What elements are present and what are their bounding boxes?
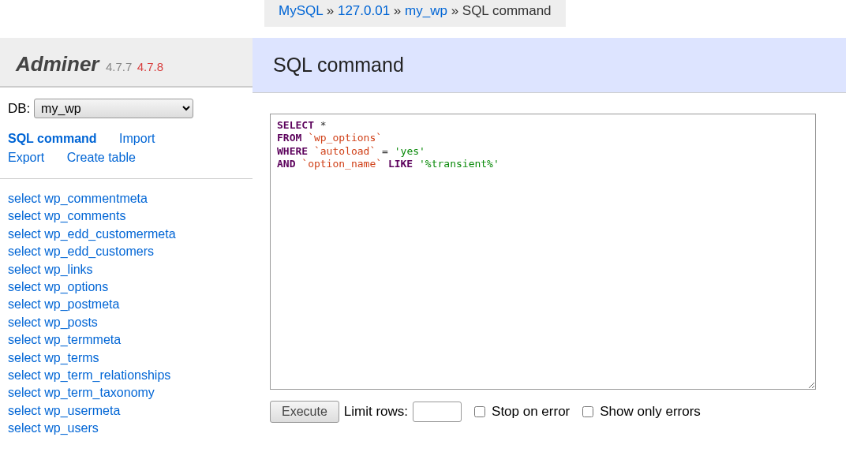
table-link[interactable]: select wp_users [8,420,245,437]
stop-on-error-label: Stop on error [492,404,570,420]
show-only-errors-checkbox[interactable] [582,406,593,417]
table-link[interactable]: select wp_posts [8,314,245,331]
action-import[interactable]: Import [119,129,155,148]
app-name: Adminer [16,52,99,76]
table-link[interactable]: select wp_postmeta [8,296,245,313]
stop-on-error-checkbox[interactable] [474,406,485,417]
sidebar-actions: SQL command Import Export Create table [0,123,253,179]
breadcrumb-current: SQL command [462,3,552,18]
limit-rows-input[interactable] [413,402,462,422]
breadcrumb-sep: » [390,3,405,18]
table-link[interactable]: select wp_commentmeta [8,190,245,207]
limit-rows-label: Limit rows: [344,404,408,420]
table-link[interactable]: select wp_edd_customermeta [8,226,245,243]
table-link[interactable]: select wp_termmeta [8,331,245,349]
table-link[interactable]: select wp_comments [8,207,245,225]
logo-box: Adminer 4.7.7 4.7.8 [0,38,253,88]
table-link[interactable]: select wp_terms [8,349,245,367]
title-bar: SQL command [253,38,846,93]
breadcrumb-sep: » [323,3,338,18]
breadcrumb: MySQL » 127.0.01 » my_wp » SQL command [264,0,566,27]
page-title: SQL command [273,54,825,77]
table-link[interactable]: select wp_term_taxonomy [8,384,245,402]
table-link[interactable]: select wp_usermeta [8,402,245,420]
sql-textarea[interactable]: SELECT *FROM `wp_options`WHERE `autoload… [270,114,816,390]
breadcrumb-link-host[interactable]: 127.0.01 [338,3,390,18]
table-link[interactable]: select wp_options [8,278,245,296]
controls-row: Execute Limit rows: Stop on error Show o… [270,401,846,423]
breadcrumb-link-db[interactable]: my_wp [405,3,447,18]
app-version: 4.7.7 [106,60,132,73]
app-new-version[interactable]: 4.7.8 [137,60,163,73]
db-select[interactable]: my_wp [34,99,193,118]
execute-button[interactable]: Execute [270,401,339,423]
table-link[interactable]: select wp_links [8,261,245,278]
breadcrumb-sep: » [447,3,462,18]
sidebar: Adminer 4.7.7 4.7.8 DB: my_wp SQL comman… [0,27,253,452]
db-row: DB: my_wp [0,88,253,123]
table-link[interactable]: select wp_edd_customers [8,243,245,260]
show-only-errors-label: Show only errors [600,404,701,420]
action-sql-command[interactable]: SQL command [8,129,97,148]
db-label: DB: [8,101,30,116]
action-export[interactable]: Export [8,148,44,167]
table-link[interactable]: select wp_term_relationships [8,367,245,384]
tables-list: select wp_commentmetaselect wp_commentss… [0,179,253,448]
breadcrumb-link-mysql[interactable]: MySQL [279,3,323,18]
action-create-table[interactable]: Create table [67,148,136,167]
main: SQL command SELECT *FROM `wp_options`WHE… [253,27,868,452]
